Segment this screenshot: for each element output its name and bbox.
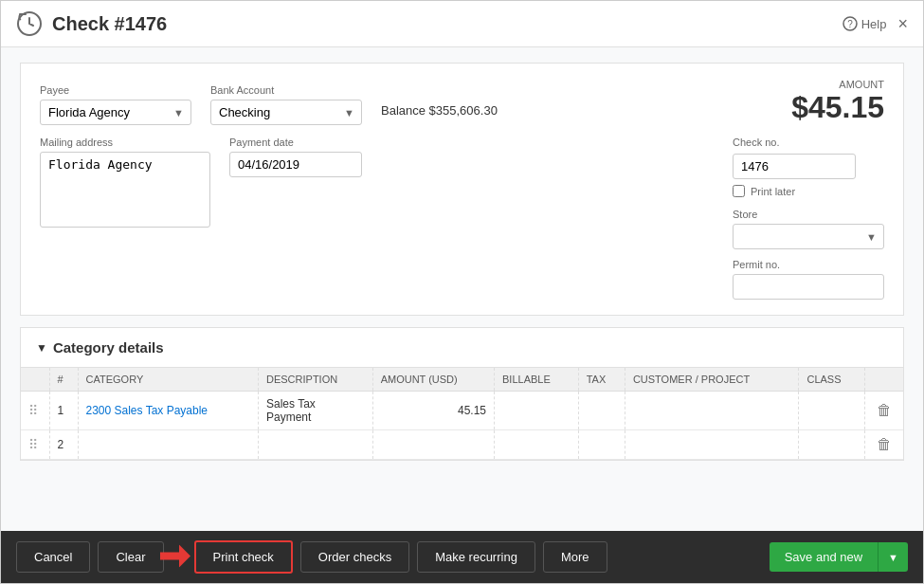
row-class-1 bbox=[799, 392, 865, 430]
save-new-button-group: Save and new ▼ bbox=[770, 542, 908, 572]
collapse-icon[interactable]: ▼ bbox=[36, 341, 47, 355]
table-row: ⠿ 2 🗑 bbox=[21, 430, 903, 460]
col-customer-project: CUSTOMER / PROJECT bbox=[625, 368, 799, 392]
order-checks-button[interactable]: Order checks bbox=[300, 541, 409, 573]
amount-section: AMOUNT $45.15 bbox=[791, 79, 884, 125]
svg-text:?: ? bbox=[847, 19, 853, 29]
bank-account-select[interactable]: Checking bbox=[210, 100, 362, 125]
print-later-checkbox[interactable] bbox=[733, 185, 745, 197]
payment-date-input[interactable] bbox=[229, 152, 362, 177]
drag-handle-icon[interactable]: ⠿ bbox=[28, 403, 38, 418]
store-select-wrapper: ▼ bbox=[733, 224, 884, 249]
right-group: Check no. Print later Store bbox=[733, 137, 884, 300]
col-drag bbox=[21, 368, 49, 392]
amount-value: $45.15 bbox=[791, 90, 884, 125]
store-group: Store ▼ bbox=[733, 209, 884, 249]
print-check-button[interactable]: Print check bbox=[194, 540, 293, 574]
arrow-indicator bbox=[160, 544, 190, 570]
row-customer-2 bbox=[625, 430, 799, 460]
category-title: Category details bbox=[53, 339, 164, 356]
store-select[interactable] bbox=[733, 224, 884, 249]
modal-header: Check #1476 ? Help × bbox=[1, 1, 923, 47]
mailing-address-group: Mailing address Florida Agency bbox=[40, 137, 210, 300]
delete-row-1-button[interactable]: 🗑 bbox=[873, 402, 896, 419]
row-amount-1: 45.15 bbox=[372, 392, 494, 430]
payee-select-wrapper: Florida Agency ▼ bbox=[40, 100, 191, 125]
header-actions: ? Help × bbox=[842, 14, 908, 34]
modal-body: Payee Florida Agency ▼ Bank Account Chec… bbox=[1, 47, 923, 531]
table-wrapper: # CATEGORY DESCRIPTION AMOUNT (USD) BILL… bbox=[21, 368, 903, 460]
col-description: DESCRIPTION bbox=[259, 368, 373, 392]
balance-text: Balance $355,606.30 bbox=[381, 103, 498, 118]
store-label: Store bbox=[733, 209, 884, 220]
row-delete-1: 🗑 bbox=[865, 392, 904, 430]
col-billable: BILLABLE bbox=[495, 368, 579, 392]
close-button[interactable]: × bbox=[897, 14, 908, 34]
category-section: ▼ Category details # CATEGORY DESCRIPTIO… bbox=[20, 327, 904, 461]
row-category-2[interactable] bbox=[78, 430, 259, 460]
more-button[interactable]: More bbox=[543, 541, 607, 573]
check-modal: Check #1476 ? Help × Payee Flor bbox=[0, 0, 924, 584]
help-button[interactable]: ? Help bbox=[842, 16, 887, 31]
col-tax: TAX bbox=[578, 368, 625, 392]
row-delete-2: 🗑 bbox=[865, 430, 904, 460]
row-category-1[interactable]: 2300 Sales Tax Payable bbox=[78, 392, 259, 430]
drag-handle-cell-2: ⠿ bbox=[21, 430, 49, 460]
amount-label: AMOUNT bbox=[791, 79, 884, 90]
mailing-address-label: Mailing address bbox=[40, 137, 210, 148]
form-section: Payee Florida Agency ▼ Bank Account Chec… bbox=[20, 63, 904, 316]
svg-marker-4 bbox=[179, 544, 190, 567]
form-row-2: Mailing address Florida Agency Payment d… bbox=[40, 137, 884, 300]
row-num-1: 1 bbox=[49, 392, 78, 430]
col-category: CATEGORY bbox=[78, 368, 259, 392]
clear-button[interactable]: Clear bbox=[98, 541, 163, 573]
bank-account-label: Bank Account bbox=[210, 84, 362, 96]
permit-group: Permit no. bbox=[733, 259, 884, 300]
col-class: CLASS bbox=[799, 368, 865, 392]
drag-handle-icon-2[interactable]: ⠿ bbox=[28, 437, 38, 452]
permit-label: Permit no. bbox=[733, 259, 884, 270]
bank-account-group: Bank Account Checking ▼ bbox=[210, 84, 362, 125]
svg-rect-3 bbox=[160, 552, 179, 559]
row-tax-2 bbox=[578, 430, 625, 460]
row-customer-1 bbox=[625, 392, 799, 430]
save-new-main-button[interactable]: Save and new bbox=[770, 542, 879, 572]
col-num: # bbox=[49, 368, 78, 392]
table-body: ⠿ 1 2300 Sales Tax Payable Sales TaxPaym… bbox=[21, 392, 903, 460]
print-later-row: Print later bbox=[733, 185, 884, 197]
payee-group: Payee Florida Agency ▼ bbox=[40, 84, 191, 125]
row-tax-1 bbox=[578, 392, 625, 430]
table-row: ⠿ 1 2300 Sales Tax Payable Sales TaxPaym… bbox=[21, 392, 903, 430]
table-head: # CATEGORY DESCRIPTION AMOUNT (USD) BILL… bbox=[21, 368, 903, 392]
check-icon bbox=[16, 10, 43, 37]
col-delete bbox=[865, 368, 904, 392]
save-new-dropdown-button[interactable]: ▼ bbox=[879, 542, 908, 572]
modal-title: Check #1476 bbox=[52, 13, 842, 35]
category-header: ▼ Category details bbox=[21, 328, 903, 368]
form-row-1: Payee Florida Agency ▼ Bank Account Chec… bbox=[40, 79, 884, 125]
col-amount: AMOUNT (USD) bbox=[372, 368, 494, 392]
row-num-2: 2 bbox=[49, 430, 78, 460]
payment-date-label: Payment date bbox=[229, 137, 362, 148]
check-no-group: Check no. Print later bbox=[733, 137, 884, 197]
delete-row-2-button[interactable]: 🗑 bbox=[873, 436, 896, 453]
bank-account-select-wrapper: Checking ▼ bbox=[210, 100, 362, 125]
print-check-wrapper: Print check bbox=[194, 540, 293, 574]
balance-group: Balance $355,606.30 bbox=[381, 103, 498, 125]
row-description-1: Sales TaxPayment bbox=[259, 392, 373, 430]
make-recurring-button[interactable]: Make recurring bbox=[417, 541, 535, 573]
row-amount-2 bbox=[372, 430, 494, 460]
row-description-2 bbox=[259, 430, 373, 460]
drag-handle-cell: ⠿ bbox=[21, 392, 49, 430]
mailing-address-field[interactable]: Florida Agency bbox=[40, 152, 210, 228]
category-table: # CATEGORY DESCRIPTION AMOUNT (USD) BILL… bbox=[21, 368, 903, 460]
payee-select[interactable]: Florida Agency bbox=[40, 100, 191, 125]
permit-input[interactable] bbox=[733, 274, 884, 300]
print-later-label: Print later bbox=[751, 186, 795, 197]
check-no-input[interactable] bbox=[733, 154, 856, 179]
row-billable-2 bbox=[495, 430, 579, 460]
payee-label: Payee bbox=[40, 84, 191, 96]
row-class-2 bbox=[799, 430, 865, 460]
modal-footer: Cancel Clear Print check Order checks Ma… bbox=[1, 531, 923, 583]
cancel-button[interactable]: Cancel bbox=[16, 541, 90, 573]
